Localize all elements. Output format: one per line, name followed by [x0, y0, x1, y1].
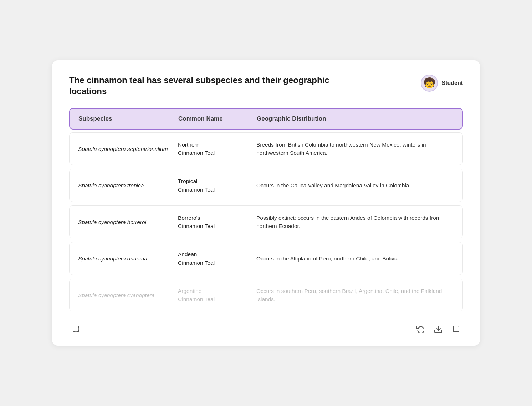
page-title: The cinnamon teal has several subspecies… [69, 75, 362, 97]
cell-common-name: Tropical Cinnamon Teal [178, 177, 256, 194]
notion-button[interactable] [451, 324, 461, 334]
cell-geo: Breeds from British Columbia to northwes… [256, 141, 454, 157]
cell-subspecies: Spatula cyanoptera tropica [78, 181, 178, 189]
cell-geo: Occurs in the Cauca Valley and Magdalena… [256, 181, 454, 189]
cell-subspecies: Spatula cyanoptera cyanoptera [78, 291, 178, 299]
cell-common-name: Andean Cinnamon Teal [178, 250, 256, 267]
user-label: Student [441, 80, 463, 86]
table-wrapper: Subspecies Common Name Geographic Distri… [69, 108, 463, 315]
download-button[interactable] [433, 324, 444, 334]
table-row: Spatula cyanoptera tropicaTropical Cinna… [69, 169, 463, 202]
cell-geo: Occurs in the Altiplano of Peru, norther… [256, 254, 454, 263]
main-card: The cinnamon teal has several subspecies… [52, 60, 480, 346]
table-row: Spatula cyanoptera orinomaAndean Cinnamo… [69, 242, 463, 275]
table-row: Spatula cyanoptera septentrionaliumNorth… [69, 132, 463, 166]
col-header-geo: Geographic Distribution [257, 115, 454, 122]
cell-subspecies: Spatula cyanoptera septentrionalium [78, 145, 178, 153]
col-header-subspecies: Subspecies [78, 115, 178, 122]
table-row: Spatula cyanoptera cyanopteraArgentine C… [69, 279, 463, 312]
expand-button[interactable] [71, 324, 81, 334]
avatar-emoji: 🧒 [423, 77, 436, 89]
footer-right [415, 324, 461, 334]
footer-left [71, 324, 81, 334]
table-body: Spatula cyanoptera septentrionaliumNorth… [69, 132, 463, 315]
cell-subspecies: Spatula cyanoptera borreroi [78, 218, 178, 226]
table-header: Subspecies Common Name Geographic Distri… [69, 108, 463, 130]
cell-geo: Occurs in southern Peru, southern Brazil… [256, 287, 454, 304]
user-badge: 🧒 Student [421, 75, 463, 92]
footer-row [69, 324, 463, 334]
cell-common-name: Northern Cinnamon Teal [178, 141, 256, 157]
cell-geo: Possibly extinct; occurs in the eastern … [256, 214, 454, 230]
avatar: 🧒 [421, 75, 438, 92]
cell-subspecies: Spatula cyanoptera orinoma [78, 254, 178, 263]
cell-common-name: Argentine Cinnamon Teal [178, 287, 256, 304]
refresh-button[interactable] [415, 324, 426, 334]
cell-common-name: Borrero's Cinnamon Teal [178, 214, 256, 230]
header-row: The cinnamon teal has several subspecies… [69, 75, 463, 97]
col-header-common-name: Common Name [178, 115, 257, 122]
table-row: Spatula cyanoptera borreroiBorrero's Cin… [69, 205, 463, 239]
